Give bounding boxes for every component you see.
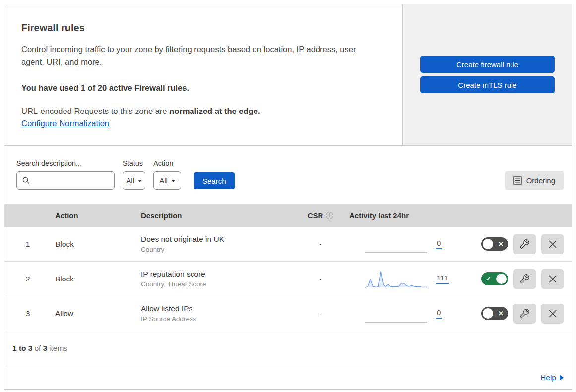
- delete-rule-button[interactable]: [541, 269, 564, 289]
- activity-count-link[interactable]: 0: [436, 308, 442, 319]
- of-text: of: [34, 344, 41, 353]
- rule-description: Allow listed IPs: [141, 304, 296, 313]
- normalization-text: URL-encoded Requests to this zone are: [21, 107, 169, 115]
- toggle-knob: [483, 308, 493, 319]
- wrench-icon: [520, 274, 529, 283]
- configure-normalization-link[interactable]: Configure Normalization: [21, 119, 109, 128]
- search-label: Search description...: [16, 159, 115, 167]
- action-dropdown[interactable]: All: [153, 171, 181, 190]
- status-value: All: [126, 176, 134, 185]
- wrench-icon: [520, 239, 529, 249]
- rule-csr-value: -: [296, 275, 345, 283]
- chevron-down-icon: [171, 180, 175, 182]
- rule-fields: Country, Threat Score: [141, 280, 296, 288]
- rule-action: Block: [51, 275, 137, 283]
- activity-sparkline: [365, 235, 427, 254]
- close-icon: [548, 275, 557, 283]
- total-text: 3: [43, 344, 47, 352]
- status-dropdown[interactable]: All: [123, 171, 145, 190]
- search-icon: [22, 177, 30, 184]
- rule-number: 3: [4, 309, 51, 318]
- activity-count-link[interactable]: 111: [436, 274, 449, 284]
- range-text: 1 to 3: [12, 344, 32, 352]
- status-group: Status All: [123, 159, 145, 190]
- rule-enable-toggle[interactable]: ✓ ✕: [481, 237, 508, 251]
- rule-action: Allow: [51, 309, 137, 318]
- list-icon: [513, 176, 522, 185]
- search-input[interactable]: [34, 176, 114, 185]
- rule-description: Does not originate in UK: [141, 235, 296, 244]
- rule-number: 2: [4, 275, 51, 283]
- intro-card: Firewall rules Control incoming traffic …: [4, 4, 403, 145]
- usage-summary: You have used 1 of 20 active Firewall ru…: [21, 83, 373, 93]
- edit-rule-button[interactable]: [513, 304, 536, 324]
- pagination-summary: 1 to 3 of 3 items: [4, 331, 572, 366]
- create-mtls-rule-button[interactable]: Create mTLS rule: [420, 76, 555, 93]
- table-row: 1 Block Does not originate in UK Country…: [4, 227, 572, 262]
- activity-sparkline: [365, 270, 427, 288]
- help-link[interactable]: Help: [540, 373, 564, 382]
- action-group: Action All: [153, 159, 181, 190]
- ordering-button[interactable]: Ordering: [505, 171, 564, 190]
- search-box: [16, 171, 115, 190]
- search-group: Search description...: [16, 159, 115, 190]
- rules-card: Search description... Status All Action …: [4, 145, 572, 390]
- column-csr: CSR: [308, 211, 323, 220]
- filter-bar: Search description... Status All Action …: [4, 146, 572, 204]
- rule-fields: Country: [141, 246, 296, 253]
- page-title: Firewall rules: [21, 22, 373, 34]
- rule-number: 1: [4, 240, 51, 249]
- rule-enable-toggle[interactable]: ✓ ✕: [481, 272, 508, 285]
- toggle-knob: [496, 274, 507, 284]
- edit-rule-button[interactable]: [513, 269, 536, 289]
- rule-enable-toggle[interactable]: ✓ ✕: [481, 307, 508, 320]
- info-icon[interactable]: i: [326, 212, 333, 219]
- rule-fields: IP Source Address: [141, 315, 296, 323]
- column-description: Description: [137, 211, 296, 220]
- chevron-down-icon: [138, 180, 142, 182]
- actions-panel: Create firewall rule Create mTLS rule: [403, 4, 572, 145]
- firewall-rules-page: Firewall rules Control incoming traffic …: [0, 0, 576, 392]
- check-icon: ✓: [486, 276, 491, 282]
- ordering-label: Ordering: [526, 176, 555, 185]
- status-label: Status: [123, 159, 145, 167]
- rule-csr-value: -: [296, 240, 345, 249]
- table-row: 3 Allow Allow listed IPs IP Source Addre…: [4, 296, 572, 331]
- table-header: Action Description CSR i Activity last 2…: [4, 204, 572, 227]
- search-button[interactable]: Search: [194, 172, 235, 189]
- wrench-icon: [520, 309, 529, 318]
- delete-rule-button[interactable]: [541, 234, 564, 254]
- toggle-knob: [483, 239, 493, 249]
- x-icon: ✕: [498, 241, 504, 247]
- column-activity: Activity last 24hr: [345, 211, 472, 220]
- normalization-bold-text: normalized at the edge.: [169, 107, 260, 115]
- page-description: Control incoming traffic to your zone by…: [21, 43, 373, 68]
- x-icon: ✕: [498, 310, 504, 317]
- close-icon: [548, 309, 557, 318]
- arrow-right-icon: [560, 375, 564, 381]
- help-label: Help: [540, 373, 556, 382]
- table-row: 2 Block IP reputation score Country, Thr…: [4, 262, 572, 296]
- activity-sparkline: [365, 304, 427, 323]
- action-label: Action: [153, 159, 181, 167]
- rule-action: Block: [51, 240, 137, 249]
- close-icon: [548, 240, 557, 249]
- header-section: Firewall rules Control incoming traffic …: [4, 4, 572, 145]
- edit-rule-button[interactable]: [513, 234, 536, 254]
- action-value: All: [159, 176, 168, 185]
- column-action: Action: [51, 211, 137, 220]
- normalization-note: URL-encoded Requests to this zone are no…: [21, 107, 373, 116]
- rule-csr-value: -: [296, 309, 345, 318]
- items-text: items: [49, 344, 67, 353]
- rule-description: IP reputation score: [141, 270, 296, 279]
- help-row: Help: [4, 366, 572, 389]
- delete-rule-button[interactable]: [541, 304, 564, 324]
- activity-count-link[interactable]: 0: [436, 239, 442, 249]
- create-firewall-rule-button[interactable]: Create firewall rule: [420, 56, 555, 73]
